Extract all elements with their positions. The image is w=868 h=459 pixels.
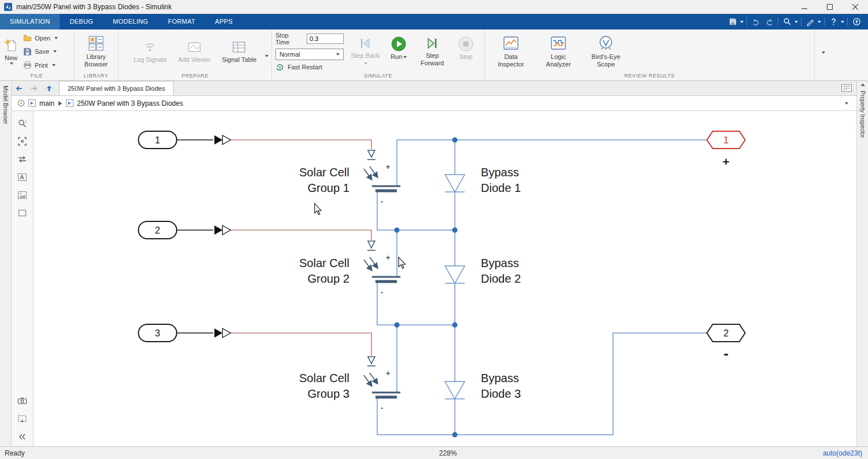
stop-time-input[interactable]: [307, 34, 344, 44]
area-box-button[interactable]: [16, 206, 29, 219]
help-button[interactable]: [827, 16, 839, 28]
document-tab-active[interactable]: 250W Panel with 3 Bypass Diodes: [59, 81, 174, 95]
signal-table-button[interactable]: Signal Table: [222, 40, 257, 64]
dropdown-caret-icon[interactable]: [795, 21, 798, 23]
print-label: Print: [35, 62, 48, 69]
breadcrumb-dropdown-caret-icon[interactable]: [845, 102, 848, 105]
inport-3-block[interactable]: 3: [138, 324, 176, 342]
dropdown-caret-icon[interactable]: [740, 21, 744, 23]
stop-button[interactable]: Stop: [450, 36, 481, 61]
model-canvas-container[interactable]: 1 2 3: [34, 111, 856, 446]
stop-time-label: Stop Time: [275, 32, 303, 46]
ps-converter-1-block[interactable]: [214, 135, 230, 145]
plus-terminal-label: +: [386, 253, 391, 262]
close-button[interactable]: [843, 0, 868, 14]
bypass-diode-1-name-line1[interactable]: Bypass: [481, 166, 519, 179]
logic-analyzer-button[interactable]: Logic Analyzer: [536, 35, 581, 68]
simulation-mode-value: Normal: [279, 51, 300, 58]
birds-eye-scope-button[interactable]: Bird's-Eye Scope: [583, 35, 628, 68]
library-browser-icon: [87, 35, 105, 52]
property-inspector-tab-label[interactable]: Property Inspector: [859, 91, 866, 138]
step-forward-button[interactable]: Step Forward: [417, 36, 448, 66]
solar-cell-group-2-name-line1[interactable]: Solar Cell: [299, 257, 350, 269]
outport-2-block[interactable]: 2 -: [707, 324, 745, 362]
maximize-button[interactable]: [817, 0, 843, 14]
model-data-editor-button[interactable]: [837, 81, 856, 95]
status-zoom-level[interactable]: 228%: [439, 449, 457, 457]
bypass-diode-3-name-line2[interactable]: Diode 3: [481, 387, 521, 400]
ps-converter-3-block[interactable]: [214, 328, 230, 338]
inport-2-block[interactable]: 2: [138, 221, 176, 239]
add-viewer-button[interactable]: Add Viewer: [178, 40, 211, 64]
solar-cell-group-1-name-line2[interactable]: Group 1: [307, 182, 349, 194]
model-browser-strip[interactable]: Model Browser: [0, 81, 12, 446]
outport-1-block[interactable]: 1 +: [707, 131, 745, 168]
navigate-up-button[interactable]: [42, 81, 57, 95]
print-button[interactable]: Print: [23, 61, 58, 69]
prepare-gallery-caret-icon[interactable]: [265, 55, 269, 57]
solar-cell-group-2-name-line2[interactable]: Group 2: [307, 272, 349, 285]
inport-1-block[interactable]: 1: [138, 131, 176, 149]
redo-button[interactable]: [763, 16, 775, 28]
bypass-diode-1-name-line2[interactable]: Diode 1: [481, 182, 521, 194]
search-button[interactable]: [781, 16, 793, 28]
run-button[interactable]: Run: [383, 36, 414, 61]
log-signals-button[interactable]: Log Signals: [134, 40, 167, 64]
bypass-diode-3-block[interactable]: [445, 382, 465, 399]
status-solver[interactable]: auto(ode23t): [823, 449, 862, 457]
solar-cell-group-3-block[interactable]: + -: [364, 357, 400, 412]
toolstrip-overflow-caret-icon[interactable]: [822, 51, 825, 54]
model-browser-tab-label[interactable]: Model Browser: [2, 86, 9, 124]
simulation-mode-select[interactable]: Normal: [275, 49, 344, 60]
solar-cell-group-2-block[interactable]: + -: [364, 241, 400, 297]
data-inspector-button[interactable]: Data Inspector: [488, 35, 534, 68]
breadcrumb-current[interactable]: 250W Panel with 3 Bypass Diodes: [77, 99, 183, 108]
collapse-palette-button[interactable]: [16, 430, 29, 443]
open-button[interactable]: Open: [23, 34, 58, 42]
bypass-diode-2-name-line1[interactable]: Bypass: [481, 257, 519, 269]
new-button[interactable]: New: [3, 38, 19, 65]
bypass-diode-1-block[interactable]: [445, 175, 465, 192]
step-back-button[interactable]: Step Back: [350, 36, 381, 66]
dropdown-caret-icon[interactable]: [818, 21, 821, 23]
ps-converter-2-block[interactable]: [214, 225, 230, 235]
tab-debug[interactable]: DEBUG: [60, 14, 103, 29]
property-inspector-strip[interactable]: Property Inspector: [856, 81, 868, 446]
minimize-button[interactable]: [792, 0, 817, 14]
section-library: Library Browser LIBRARY: [74, 29, 119, 80]
sync-button[interactable]: [851, 16, 862, 28]
tab-simulation[interactable]: SIMULATION: [0, 14, 60, 29]
annotation-button[interactable]: [16, 171, 29, 183]
breadcrumb-root[interactable]: main: [39, 99, 54, 108]
viewmark-button[interactable]: [16, 394, 29, 407]
library-browser-button[interactable]: Library Browser: [78, 35, 114, 68]
bypass-diode-3-name-line1[interactable]: Bypass: [481, 372, 519, 384]
solar-cell-group-3-name-line1[interactable]: Solar Cell: [299, 372, 350, 384]
solar-cell-group-1-name-line1[interactable]: Solar Cell: [299, 166, 350, 179]
bypass-diode-2-name-line2[interactable]: Diode 2: [481, 272, 521, 285]
quick-save-button[interactable]: [727, 16, 738, 28]
tab-format[interactable]: FORMAT: [158, 14, 205, 29]
zoom-button[interactable]: [16, 117, 29, 129]
fast-restart-toggle[interactable]: Fast Restart: [275, 63, 344, 72]
solar-cell-group-1-block[interactable]: + -: [364, 150, 400, 206]
simulink-logo-icon: [3, 2, 13, 12]
navigate-forward-button[interactable]: [27, 81, 42, 95]
breadcrumb-options-icon[interactable]: [17, 99, 25, 107]
auto-arrange-button[interactable]: [16, 153, 29, 165]
fit-to-view-button[interactable]: [16, 135, 29, 147]
solar-cell-group-3-name-line2[interactable]: Group 3: [307, 387, 349, 400]
scroll-up-icon[interactable]: [860, 83, 865, 86]
tab-modeling[interactable]: MODELING: [103, 14, 158, 29]
bypass-diode-2-block[interactable]: [445, 266, 465, 283]
screenshot-button[interactable]: [16, 412, 29, 425]
dropdown-caret-icon[interactable]: [841, 21, 844, 23]
save-button[interactable]: Save: [23, 47, 58, 56]
image-annotation-button[interactable]: [16, 188, 29, 201]
undo-button[interactable]: [750, 16, 762, 28]
annotate-button[interactable]: [804, 16, 816, 28]
connection-wires[interactable]: [377, 140, 707, 435]
model-canvas[interactable]: 1 2 3: [34, 111, 856, 446]
navigate-back-button[interactable]: [12, 81, 27, 95]
tab-apps[interactable]: APPS: [205, 14, 243, 29]
